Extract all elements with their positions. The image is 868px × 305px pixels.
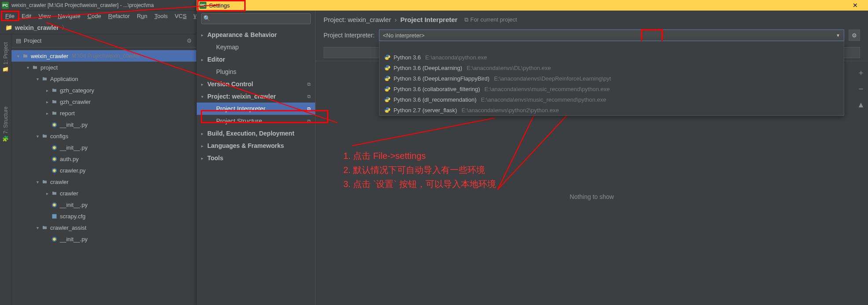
tree-label: scrapy.cfg [60, 213, 85, 220]
settings-item[interactable]: ▸Editor [197, 53, 315, 66]
tree-row[interactable]: __init__.py [11, 233, 196, 245]
settings-item-label: Appearance & Behavior [207, 31, 277, 38]
interpreter-option[interactable]: Python 3.6E:\anaconda\python.exe [379, 52, 844, 62]
settings-item[interactable]: ▸Version Control⧉ [197, 78, 315, 90]
tree-arrow-icon[interactable] [34, 225, 40, 230]
settings-item[interactable]: ▸Appearance & Behavior [197, 29, 315, 41]
copy-icon: ⧉ [307, 94, 311, 99]
tree-label: gzh_crawler [60, 99, 91, 105]
tree-row[interactable]: crawler [11, 176, 196, 187]
chevron-icon: ▸ [201, 57, 207, 62]
tree-arrow-icon[interactable] [44, 99, 50, 104]
menu-run[interactable]: Run [133, 12, 151, 20]
settings-item[interactable]: ▸Languages & Frameworks [197, 140, 315, 152]
tree-arrow-icon[interactable] [44, 111, 50, 116]
interpreter-option[interactable]: Python 3.6 (DeepLearning)E:\anaconda\env… [379, 62, 844, 73]
tree-row[interactable]: __init__.py [11, 199, 196, 210]
python-icon [384, 75, 391, 82]
close-icon[interactable]: ✕ [845, 2, 865, 9]
menu-vcs[interactable]: VCS [171, 12, 190, 20]
tree-label: weixin_crawler [31, 53, 68, 59]
settings-item[interactable]: ▾Project: weixin_crawler⧉ [197, 90, 315, 103]
menu-navigate[interactable]: Navigate [54, 12, 84, 20]
menu-edit[interactable]: Edit [18, 12, 35, 20]
settings-item[interactable]: Keymap [197, 41, 315, 53]
chevron-icon: ▾ [201, 94, 207, 99]
upgrade-package-button[interactable]: ▲ [856, 99, 866, 110]
py-icon [50, 202, 58, 208]
interpreter-option[interactable]: Python 2.7 (server_flask)E:\anaconda\env… [379, 105, 844, 115]
settings-item-label: Plugins [207, 68, 236, 75]
menu-file[interactable]: File [2, 12, 18, 20]
tree-arrow-icon[interactable] [25, 65, 31, 70]
tree-row[interactable]: __init__.py [11, 142, 196, 153]
option-path: E:\anaconda\envs\music_recommend\python.… [481, 96, 607, 103]
tree-row[interactable]: crawler_assist [11, 222, 196, 233]
settings-item[interactable]: Project Interpreter⧉ [197, 103, 315, 115]
project-tree[interactable]: weixin_crawlerM:\Git Project\weixin_craw… [11, 48, 196, 305]
cfg-icon [50, 213, 58, 220]
tree-row[interactable]: crawler.py [11, 165, 196, 176]
tree-label: crawler_assist [50, 224, 86, 231]
tree-label: crawler [60, 190, 78, 197]
tree-row[interactable]: scrapy.cfg [11, 210, 196, 222]
crumb-project: Project: weixin_crawler [324, 16, 391, 23]
window-title: weixin_crawler [M:\Git Project\weixin_cr… [11, 2, 154, 8]
tab-structure[interactable]: 🧩7: Structure [2, 103, 10, 146]
py-icon [50, 156, 58, 162]
tree-arrow-icon[interactable] [34, 134, 40, 139]
svg-point-9 [53, 203, 55, 206]
menu-code[interactable]: Code [84, 12, 105, 20]
settings-item[interactable]: ▸Tools [197, 152, 315, 164]
menu-tools[interactable]: Tools [151, 12, 171, 20]
interpreter-option[interactable]: Python 3.6 (dl_recommendation)E:\anacond… [379, 94, 844, 105]
option-path: E:\anaconda\envs\DL\python.exe [467, 65, 551, 71]
tree-row[interactable]: configs [11, 130, 196, 142]
tree-row[interactable]: Application [11, 73, 196, 85]
interpreter-select[interactable]: <No interpreter> ▼ Python 3.6E:\anaconda… [379, 29, 844, 41]
search-input[interactable] [201, 13, 311, 24]
menu-refactor[interactable]: Refactor [105, 12, 133, 20]
settings-tree[interactable]: ▸Appearance & BehaviorKeymap▸EditorPlugi… [197, 27, 315, 305]
chevron-down-icon: ▼ [836, 33, 840, 38]
tree-row[interactable]: auth.py [11, 153, 196, 165]
chevron-icon: ▸ [201, 131, 207, 136]
tree-arrow-icon[interactable] [34, 77, 40, 81]
project-tab-icon: ▤ [16, 37, 21, 44]
project-tab-label[interactable]: Project [24, 37, 41, 44]
menu-view[interactable]: View [35, 12, 54, 20]
interpreter-option[interactable]: Python 3.6 (DeepLearningFlappyBird)E:\an… [379, 73, 844, 84]
breadcrumb-root[interactable]: weixin_crawler [15, 24, 59, 31]
interpreter-gear-button[interactable]: ⚙ [849, 29, 860, 41]
tree-row[interactable]: gzh_crawler [11, 96, 196, 107]
interpreter-option[interactable] [379, 41, 844, 52]
tree-arrow-icon[interactable] [44, 191, 50, 196]
add-package-button[interactable]: + [856, 68, 866, 78]
tree-label: __init__.py [60, 236, 88, 243]
project-gear-icon[interactable]: ⚙ [187, 37, 192, 44]
settings-search: 🔍 [197, 11, 315, 27]
tree-row[interactable]: report [11, 107, 196, 119]
tree-arrow-icon[interactable] [44, 88, 50, 93]
tree-row[interactable]: project [11, 62, 196, 73]
interpreter-dropdown[interactable]: Python 3.6E:\anaconda\python.exePython 3… [379, 41, 844, 116]
py-icon [50, 167, 58, 174]
settings-item[interactable]: ▸Build, Execution, Deployment [197, 127, 315, 140]
tab-project[interactable]: 📁1: Project [2, 39, 10, 77]
interpreter-option[interactable]: Python 3.6 (collaborative_filtering)E:\a… [379, 84, 844, 94]
tree-row[interactable]: weixin_crawlerM:\Git Project\weixin_craw… [11, 50, 196, 62]
folder-icon [40, 179, 48, 184]
settings-item[interactable]: Plugins [197, 66, 315, 78]
settings-item[interactable]: Project Structure⧉ [197, 115, 315, 127]
settings-item-label: Languages & Frameworks [207, 142, 284, 149]
folder-icon [40, 133, 48, 139]
tree-row[interactable]: crawler [11, 187, 196, 199]
settings-item-label: Project: weixin_crawler [207, 93, 276, 100]
tree-label: auth.py [60, 156, 79, 162]
tree-row[interactable]: gzh_category [11, 85, 196, 96]
remove-package-button[interactable]: − [856, 84, 866, 94]
tree-arrow-icon[interactable] [15, 54, 21, 59]
tree-arrow-icon[interactable] [34, 180, 40, 184]
svg-rect-10 [52, 214, 56, 218]
tree-row[interactable]: __init__.py [11, 119, 196, 130]
